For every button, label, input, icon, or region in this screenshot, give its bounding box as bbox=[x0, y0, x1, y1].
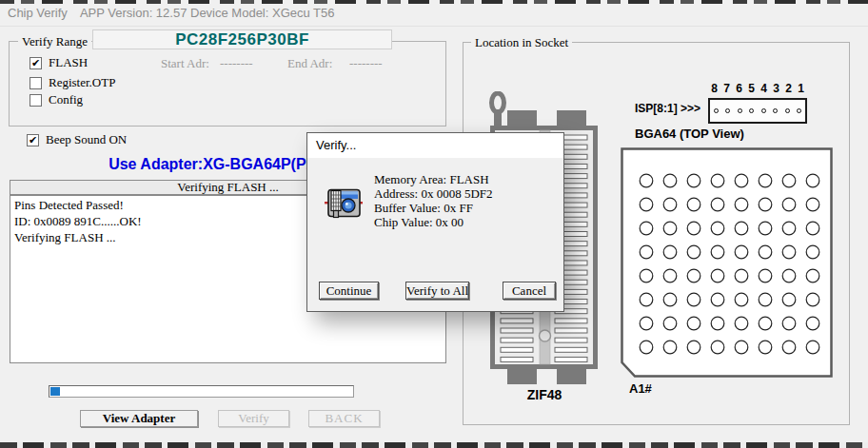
zif-pin-slot bbox=[555, 319, 587, 323]
isp-pin-number: 5 bbox=[748, 82, 755, 95]
verify-dialog: Verify... Memory Area: FLASH Address: 0x… bbox=[306, 132, 564, 312]
chip-name-banner: PC28F256P30BF bbox=[92, 29, 392, 49]
continue-button[interactable]: Continue bbox=[319, 282, 379, 300]
view-adapter-button[interactable]: View Adapter bbox=[80, 410, 198, 427]
zif-pin-slot bbox=[555, 357, 587, 361]
bga-ball bbox=[711, 222, 724, 235]
bga-ball bbox=[687, 174, 700, 187]
register-otp-checkbox[interactable] bbox=[30, 77, 42, 89]
bga-ball bbox=[640, 269, 653, 282]
location-in-socket-label: Location in Socket bbox=[471, 35, 572, 50]
bga-ball bbox=[687, 317, 700, 330]
isp-number-row: 87654321 bbox=[708, 82, 807, 95]
chip-verify-window: Chip Verify APP Version: 12.57 Device Mo… bbox=[0, 0, 868, 448]
bga-ball bbox=[687, 341, 700, 354]
memory-area-line: Memory Area: FLASH bbox=[374, 172, 493, 186]
buffer-value-line: Buffer Value: 0x FF bbox=[374, 201, 493, 215]
bga-ball bbox=[687, 198, 700, 211]
config-checkbox-label: Config bbox=[49, 92, 83, 107]
bga-ball bbox=[663, 269, 677, 282]
bga-ball bbox=[735, 293, 748, 306]
isp-pin-number: 1 bbox=[798, 82, 804, 95]
checkmark-icon: ✔ bbox=[31, 58, 40, 68]
zif-pin-slot bbox=[501, 328, 533, 333]
bga-ball bbox=[759, 198, 772, 211]
isp-pin-box bbox=[708, 98, 807, 124]
bga-ball bbox=[711, 293, 724, 306]
verify-button[interactable]: Verify bbox=[218, 410, 289, 427]
bga-ball bbox=[663, 317, 677, 330]
zif-pin-slot bbox=[501, 357, 533, 361]
beep-sound-checkbox[interactable]: ✔ bbox=[27, 134, 39, 146]
bga-ball bbox=[806, 317, 819, 330]
bga-ball bbox=[759, 174, 772, 187]
bga-ball bbox=[735, 341, 748, 354]
bga-ball bbox=[663, 198, 677, 211]
back-button[interactable]: BACK bbox=[308, 410, 380, 427]
zif48-label: ZIF48 bbox=[497, 387, 592, 402]
verify-to-all-button[interactable]: Verify to All bbox=[405, 282, 469, 300]
bga-ball bbox=[640, 198, 653, 211]
isp-pin-hole-icon bbox=[738, 108, 742, 113]
bga-ball bbox=[782, 174, 796, 187]
bga64-top-view-label: BGA64 (TOP View) bbox=[635, 127, 744, 141]
bga-ball bbox=[640, 293, 653, 306]
bga-ball bbox=[735, 317, 748, 330]
verify-chip-icon bbox=[325, 185, 363, 221]
beep-sound-checkbox-row[interactable]: ✔ Beep Sound ON bbox=[27, 132, 127, 147]
bga-ball bbox=[687, 269, 700, 282]
end-adr-label: End Adr: bbox=[287, 56, 332, 71]
bga-ball bbox=[687, 222, 700, 235]
app-version-info: APP Version: 12.57 Device Model: XGecu T… bbox=[80, 6, 335, 20]
bga-ball bbox=[806, 269, 819, 282]
flash-checkbox[interactable]: ✔ bbox=[30, 57, 42, 69]
bga-ball bbox=[735, 222, 748, 235]
progress-bar bbox=[49, 385, 354, 398]
bga-ball bbox=[782, 222, 796, 235]
flash-checkbox-label: FLASH bbox=[49, 55, 88, 70]
zif-pin-slot bbox=[501, 319, 533, 323]
bga-ball bbox=[640, 341, 653, 354]
window-title: Chip Verify bbox=[8, 6, 68, 20]
bga-ball bbox=[663, 245, 677, 259]
bga-ball bbox=[711, 317, 724, 330]
bga-ball bbox=[640, 245, 653, 259]
bga-ball bbox=[735, 269, 748, 282]
isp-pin-hole-icon bbox=[749, 108, 754, 113]
chip-value-line: Chip Value: 0x 00 bbox=[374, 215, 493, 229]
bga-ball bbox=[782, 269, 796, 282]
bga-ball bbox=[711, 269, 724, 282]
zif-pin-slot bbox=[555, 338, 587, 342]
config-checkbox-row[interactable]: Config bbox=[30, 92, 83, 107]
clipped-window-below bbox=[0, 442, 868, 448]
bga-ball bbox=[711, 174, 724, 187]
bga-ball bbox=[640, 222, 653, 235]
verify-dialog-title: Verify... bbox=[307, 133, 563, 158]
progress-fill bbox=[50, 387, 60, 396]
bga-ball bbox=[663, 341, 677, 354]
isp-pin-number: 2 bbox=[785, 82, 792, 95]
bga-ball bbox=[759, 341, 772, 354]
verify-dialog-info: Memory Area: FLASH Address: 0x 0008 5DF2… bbox=[374, 172, 493, 229]
isp-header-label: ISP[8:1] >>> bbox=[635, 102, 700, 115]
isp-pin-hole-icon bbox=[761, 108, 766, 113]
window-header: Chip Verify APP Version: 12.57 Device Mo… bbox=[8, 6, 335, 20]
header-divider bbox=[0, 26, 868, 27]
register-otp-checkbox-row[interactable]: Register.OTP bbox=[30, 75, 115, 90]
flash-checkbox-row[interactable]: ✔ FLASH bbox=[30, 55, 88, 70]
bga-ball bbox=[663, 174, 677, 187]
bga-ball bbox=[806, 245, 819, 259]
bga-ball bbox=[711, 245, 724, 259]
bga-ball bbox=[759, 222, 772, 235]
bga-ball bbox=[759, 293, 772, 306]
address-line: Address: 0x 0008 5DF2 bbox=[374, 186, 493, 201]
isp-pin-hole-icon bbox=[797, 108, 801, 113]
bga-ball bbox=[640, 174, 653, 187]
bga-ball bbox=[663, 222, 677, 235]
isp-pin-number: 6 bbox=[736, 82, 742, 95]
config-checkbox[interactable] bbox=[30, 94, 42, 107]
isp-pin-hole-icon bbox=[785, 108, 790, 113]
cancel-button[interactable]: Cancel bbox=[503, 282, 556, 300]
bga-ball bbox=[782, 245, 796, 259]
bga-ball bbox=[735, 245, 748, 259]
